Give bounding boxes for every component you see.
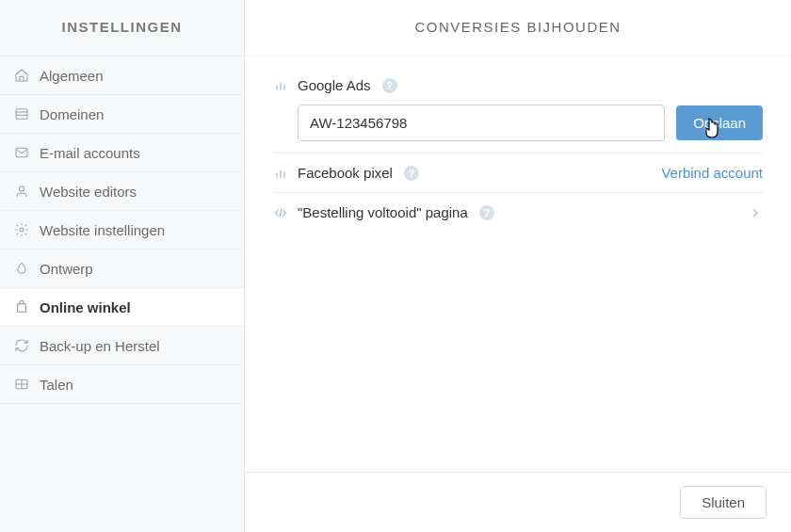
section-order-completed[interactable]: "Bestelling voltooid" pagina ? <box>273 193 763 232</box>
connect-account-link[interactable]: Verbind account <box>661 165 763 181</box>
svg-point-5 <box>20 228 24 232</box>
section-header-google-ads: Google Ads ? <box>273 77 763 93</box>
sidebar-item-label: Talen <box>40 377 73 393</box>
sidebar-item-label: Online winkel <box>40 299 131 315</box>
sidebar-item-label: Domeinen <box>40 106 104 122</box>
facebook-pixel-label: Facebook pixel <box>298 165 393 181</box>
sidebar-item-ontwerp[interactable]: Ontwerp <box>0 250 244 288</box>
google-ads-input-row: Opslaan <box>273 105 763 141</box>
list-icon <box>13 105 30 122</box>
user-icon <box>13 183 30 200</box>
gear-icon <box>13 221 30 238</box>
sidebar: INSTELLINGEN Algemeen Domeinen E-mail ac… <box>0 0 245 532</box>
sidebar-item-label: Website editors <box>40 184 137 200</box>
sidebar-item-label: Website instellingen <box>40 222 165 238</box>
svg-point-4 <box>19 186 24 191</box>
main-panel: CONVERSIES BIJHOUDEN Google Ads ? Opslaa… <box>245 0 791 532</box>
chevron-right-icon <box>748 205 763 220</box>
sidebar-item-label: Back-up en Herstel <box>40 338 160 354</box>
sidebar-item-editors[interactable]: Website editors <box>0 172 244 211</box>
bag-icon <box>13 298 30 315</box>
sidebar-list: Algemeen Domeinen E-mail accounts Websit… <box>0 56 244 404</box>
sidebar-item-email[interactable]: E-mail accounts <box>0 134 244 172</box>
bar-chart-icon <box>273 166 288 181</box>
sidebar-item-talen[interactable]: Talen <box>0 365 244 404</box>
order-completed-label: "Bestelling voltooid" pagina <box>298 204 468 220</box>
svg-rect-0 <box>16 109 27 120</box>
sidebar-item-online-winkel[interactable]: Online winkel <box>0 288 244 327</box>
svg-line-15 <box>280 208 281 216</box>
svg-rect-3 <box>16 148 27 156</box>
home-icon <box>13 67 30 84</box>
help-icon[interactable]: ? <box>404 166 419 181</box>
section-header-order-completed: "Bestelling voltooid" pagina ? <box>273 204 494 220</box>
sidebar-item-backup[interactable]: Back-up en Herstel <box>0 327 244 365</box>
save-button[interactable]: Opslaan <box>676 105 763 140</box>
sidebar-item-website-settings[interactable]: Website instellingen <box>0 211 244 250</box>
help-icon[interactable]: ? <box>479 205 494 220</box>
help-icon[interactable]: ? <box>382 78 397 93</box>
sidebar-item-label: Algemeen <box>40 68 104 84</box>
main-title: CONVERSIES BIJHOUDEN <box>245 0 791 56</box>
section-google-ads: Google Ads ? Opslaan <box>273 73 763 153</box>
footer: Sluiten <box>245 472 791 532</box>
section-header-facebook: Facebook pixel ? <box>273 165 419 181</box>
code-icon <box>273 205 288 220</box>
refresh-icon <box>13 337 30 354</box>
sidebar-item-label: Ontwerp <box>40 261 93 277</box>
bar-chart-icon <box>273 78 288 93</box>
google-ads-input[interactable] <box>298 105 665 141</box>
mail-icon <box>13 144 30 161</box>
section-facebook-pixel[interactable]: Facebook pixel ? Verbind account <box>273 153 763 193</box>
sidebar-item-algemeen[interactable]: Algemeen <box>0 56 244 95</box>
main-content: Google Ads ? Opslaan Facebook pixel ? Ve… <box>245 56 791 532</box>
sidebar-item-domeinen[interactable]: Domeinen <box>0 95 244 134</box>
google-ads-label: Google Ads <box>298 77 371 93</box>
app-container: INSTELLINGEN Algemeen Domeinen E-mail ac… <box>0 0 791 532</box>
sidebar-item-label: E-mail accounts <box>40 145 140 161</box>
close-button[interactable]: Sluiten <box>680 486 767 519</box>
droplet-icon <box>13 260 30 277</box>
language-icon <box>13 376 30 393</box>
sidebar-title: INSTELLINGEN <box>0 0 244 56</box>
